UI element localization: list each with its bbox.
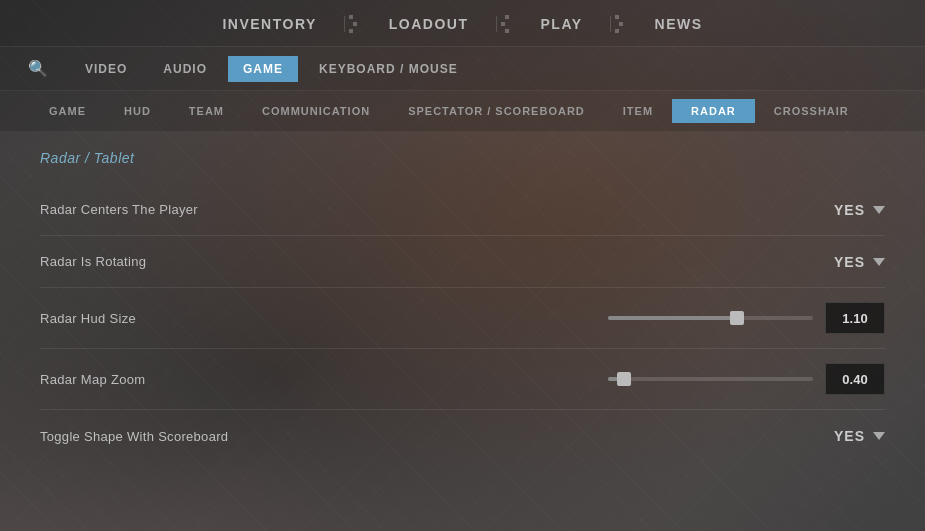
tab-hud[interactable]: HUD <box>105 99 170 123</box>
setting-row-toggle-shape-scoreboard: Toggle Shape With Scoreboard YES <box>40 410 885 462</box>
settings-nav-game[interactable]: GAME <box>228 56 298 82</box>
tab-team[interactable]: TEAM <box>170 99 243 123</box>
radar-map-zoom-slider-thumb[interactable] <box>617 372 631 386</box>
tab-item[interactable]: ITEM <box>604 99 672 123</box>
tab-spectator-scoreboard[interactable]: SPECTATOR / SCOREBOARD <box>389 99 604 123</box>
tab-crosshair[interactable]: CROSSHAIR <box>755 99 868 123</box>
search-button[interactable]: 🔍 <box>20 55 56 82</box>
search-icon: 🔍 <box>28 60 48 77</box>
radar-map-zoom-value: 0.40 <box>825 363 885 395</box>
radar-hud-size-slider-track[interactable] <box>608 316 813 320</box>
chevron-down-icon <box>873 206 885 214</box>
setting-row-radar-hud-size: Radar Hud Size 1.10 <box>40 288 885 349</box>
settings-nav-audio[interactable]: AUDIO <box>148 56 222 82</box>
setting-label-toggle-shape-scoreboard: Toggle Shape With Scoreboard <box>40 429 228 444</box>
toggle-shape-scoreboard-dropdown[interactable]: YES <box>834 428 885 444</box>
setting-label-radar-centers-player: Radar Centers The Player <box>40 202 198 217</box>
settings-nav: 🔍 VIDEO AUDIO GAME KEYBOARD / MOUSE <box>0 47 925 91</box>
nav-item-loadout[interactable]: LOADOUT <box>361 10 497 38</box>
radar-centers-player-dropdown[interactable]: YES <box>834 202 885 218</box>
setting-label-radar-hud-size: Radar Hud Size <box>40 311 136 326</box>
setting-row-radar-map-zoom: Radar Map Zoom 0.40 <box>40 349 885 410</box>
game-tabs: GAME HUD TEAM COMMUNICATION SPECTATOR / … <box>0 91 925 132</box>
app-container: INVENTORY LOADOUT PLAY NEWS 🔍 VIDEO AUDI… <box>0 0 925 531</box>
setting-control-radar-centers-player: YES <box>834 202 885 218</box>
settings-nav-keyboard-mouse[interactable]: KEYBOARD / MOUSE <box>304 56 473 82</box>
radar-map-zoom-slider-track[interactable] <box>608 377 813 381</box>
radar-hud-size-slider-container: 1.10 <box>608 302 885 334</box>
setting-label-radar-is-rotating: Radar Is Rotating <box>40 254 146 269</box>
radar-hud-size-slider-thumb[interactable] <box>730 311 744 325</box>
radar-centers-player-value: YES <box>834 202 865 218</box>
chevron-down-icon-3 <box>873 432 885 440</box>
top-nav: INVENTORY LOADOUT PLAY NEWS <box>0 0 925 47</box>
radar-is-rotating-value: YES <box>834 254 865 270</box>
nav-item-news[interactable]: NEWS <box>627 10 731 38</box>
radar-is-rotating-dropdown[interactable]: YES <box>834 254 885 270</box>
nav-item-play[interactable]: PLAY <box>513 10 611 38</box>
section-title: Radar / Tablet <box>40 150 885 166</box>
nav-item-inventory[interactable]: INVENTORY <box>194 10 344 38</box>
tab-radar[interactable]: RADAR <box>672 99 755 123</box>
setting-control-radar-is-rotating: YES <box>834 254 885 270</box>
content-area: Radar / Tablet Radar Centers The Player … <box>0 132 925 472</box>
chevron-down-icon-2 <box>873 258 885 266</box>
tab-communication[interactable]: COMMUNICATION <box>243 99 389 123</box>
radar-hud-size-value: 1.10 <box>825 302 885 334</box>
setting-control-toggle-shape-scoreboard: YES <box>834 428 885 444</box>
toggle-shape-scoreboard-value: YES <box>834 428 865 444</box>
setting-control-radar-map-zoom: 0.40 <box>608 363 885 395</box>
settings-nav-video[interactable]: VIDEO <box>70 56 142 82</box>
setting-row-radar-centers-player: Radar Centers The Player YES <box>40 184 885 236</box>
setting-label-radar-map-zoom: Radar Map Zoom <box>40 372 145 387</box>
setting-row-radar-is-rotating: Radar Is Rotating YES <box>40 236 885 288</box>
radar-map-zoom-slider-container: 0.40 <box>608 363 885 395</box>
setting-control-radar-hud-size: 1.10 <box>608 302 885 334</box>
tab-game[interactable]: GAME <box>30 99 105 123</box>
radar-hud-size-slider-fill <box>608 316 737 320</box>
